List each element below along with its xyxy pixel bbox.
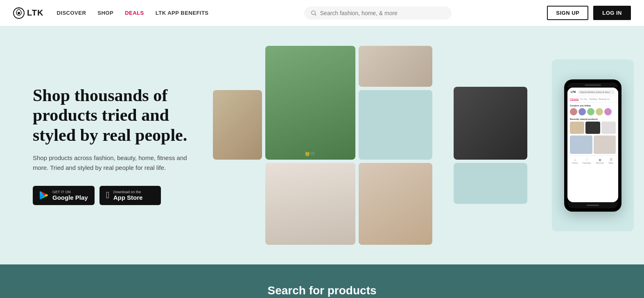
phone-tab-trending[interactable]: Trending <box>589 98 597 101</box>
ltk-logo-icon <box>13 7 25 19</box>
phone-device: LTK Search fashion, home, & more Followi… <box>564 79 621 212</box>
logo[interactable]: LTK <box>13 7 43 19</box>
creators-label: Creators you follow <box>570 104 616 107</box>
grid-cell-2 <box>213 90 262 160</box>
avatar-4 <box>596 108 603 115</box>
google-play-bottom-text: Google Play <box>52 194 88 201</box>
avatar-1 <box>570 108 577 115</box>
phone-bottom-discover[interactable]: ◉ Discover <box>596 158 603 164</box>
phone-ltk-logo: LTK <box>571 90 576 93</box>
dark-photo <box>454 87 527 160</box>
svg-point-1 <box>18 12 20 14</box>
nav-links: DISCOVER SHOP DEALS LTK APP BENEFITS <box>56 10 208 16</box>
phone-notch <box>567 83 618 88</box>
nav-actions: SIGN UP LOG IN <box>547 6 631 20</box>
search-icon <box>311 10 317 16</box>
phone-creator-avatars <box>570 108 616 115</box>
hero-subtext: Shop products across fashion, beauty, ho… <box>33 153 188 173</box>
phone-bottom-favorites[interactable]: ♡ Favorites <box>583 158 591 164</box>
phone-tab-following[interactable]: Following <box>570 98 578 101</box>
nav-search-input[interactable] <box>320 10 445 16</box>
phone-body: Creators you follow Recently viewed prod… <box>567 103 618 156</box>
big-cell-2 <box>594 135 616 154</box>
nav-shop[interactable]: SHOP <box>97 10 113 16</box>
hero-left: Shop thousands of products tried and sty… <box>33 86 188 205</box>
hero-section: Shop thousands of products tried and sty… <box>0 26 644 264</box>
search-heading: Search for products <box>13 284 631 297</box>
app-store-button[interactable]:  Download on the App Store <box>99 186 161 205</box>
grid-cell-pink-lady <box>359 163 432 245</box>
product-3 <box>601 122 616 134</box>
phone-tabs: Following For You Trending Recently Jo..… <box>567 96 618 103</box>
phone-big-grid <box>570 135 616 154</box>
hero-extra-col <box>454 87 527 204</box>
grid-cell-lady <box>265 163 355 245</box>
nav-deals[interactable]: DEALS <box>125 10 144 16</box>
phone-search-bar: Search fashion, home, & more <box>578 90 615 94</box>
hero-heading: Shop thousands of products tried and sty… <box>33 86 188 145</box>
svg-line-3 <box>315 14 316 15</box>
phone-tab-foryou[interactable]: For You <box>580 98 587 101</box>
big-cell-1 <box>570 135 592 154</box>
google-play-top-text: GET IT ON <box>52 190 88 194</box>
apple-icon:  <box>106 191 109 200</box>
avatar-5 <box>604 108 612 115</box>
google-play-icon <box>39 191 48 200</box>
nav-discover[interactable]: DISCOVER <box>56 10 86 16</box>
phone-chin <box>567 202 618 208</box>
phone-mockup-container: LTK Search fashion, home, & more Followi… <box>552 59 634 231</box>
phone-screen: LTK Search fashion, home, & more Followi… <box>567 88 618 202</box>
search-section: Search for products <box>0 264 644 298</box>
phone-app-header: LTK Search fashion, home, & more <box>567 88 618 96</box>
nav-ltk-app-benefits[interactable]: LTK APP BENEFITS <box>156 10 209 16</box>
blue-placeholder <box>454 163 527 204</box>
google-play-button[interactable]: GET IT ON Google Play <box>33 186 95 205</box>
nav-search-bar[interactable] <box>304 7 452 20</box>
phone-bottom-more[interactable]: ☰ More <box>609 158 613 164</box>
signup-button[interactable]: SIGN UP <box>547 6 588 20</box>
avatar-2 <box>578 108 586 115</box>
nav-left: LTK DISCOVER SHOP DEALS LTK APP BENEFITS <box>13 7 209 19</box>
app-store-bottom-text: App Store <box>113 194 143 201</box>
phone-tab-recently[interactable]: Recently Jo... <box>599 98 611 101</box>
grid-cell-blue2 <box>359 90 432 160</box>
product-1 <box>570 122 584 134</box>
phone-products-grid <box>570 122 616 134</box>
grid-cell-main: 👶🛒 <box>265 46 355 160</box>
product-2 <box>585 122 600 134</box>
avatar-3 <box>587 108 594 115</box>
grid-cell-blonde <box>359 46 432 87</box>
navbar: LTK DISCOVER SHOP DEALS LTK APP BENEFITS… <box>0 0 644 26</box>
hero-photo-grid: 👶🛒 <box>213 46 432 245</box>
phone-bottom-bar: ⌂ Home ♡ Favorites ◉ Discover ☰ More <box>567 156 618 166</box>
recently-viewed-label: Recently viewed products <box>570 118 616 120</box>
app-buttons: GET IT ON Google Play  Download on the … <box>33 186 188 205</box>
phone-bottom-home[interactable]: ⌂ Home <box>572 158 578 164</box>
login-button[interactable]: LOG IN <box>593 6 631 20</box>
app-store-top-text: Download on the <box>113 190 143 194</box>
